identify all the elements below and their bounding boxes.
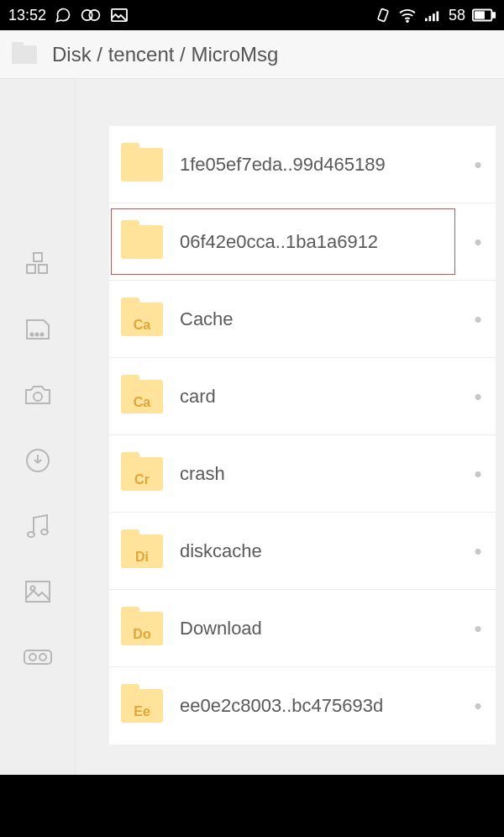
svg-rect-14 [39, 265, 47, 273]
main-panel: 1fe05ef7eda..99d465189•06f42e0cca..1ba1a… [76, 79, 504, 775]
row-more-icon[interactable]: • [465, 231, 491, 253]
folder-icon-label: Do [133, 627, 150, 645]
folder-icon-label: Cr [134, 472, 150, 491]
svg-point-23 [30, 587, 34, 591]
sidebar-camera[interactable] [21, 378, 55, 412]
svg-rect-24 [24, 650, 51, 664]
svg-point-4 [407, 20, 408, 22]
breadcrumb-bar: Disk / tencent / MicroMsg [0, 30, 504, 79]
chat-icon [55, 7, 71, 24]
battery-icon [472, 8, 496, 22]
svg-rect-5 [425, 18, 428, 22]
disk-icon [12, 45, 37, 64]
file-list: 1fe05ef7eda..99d465189•06f42e0cca..1ba1a… [109, 126, 496, 745]
status-bar: 13:52 58 [0, 0, 504, 30]
camera-icon [24, 383, 52, 407]
infinity-icon [23, 649, 53, 666]
svg-rect-12 [34, 253, 42, 261]
signal-icon [423, 8, 442, 23]
svg-point-1 [89, 10, 99, 20]
folder-icon: Ee [121, 689, 163, 723]
svg-point-15 [30, 334, 33, 336]
file-name: card [180, 386, 465, 408]
file-row[interactable]: Didiskcache• [109, 513, 496, 590]
row-more-icon[interactable]: • [465, 695, 491, 717]
sidebar-category[interactable] [21, 247, 55, 281]
file-row[interactable]: Cacard• [109, 358, 496, 435]
file-name: 1fe05ef7eda..99d465189 [180, 154, 465, 176]
file-name: 06f42e0cca..1ba1a6912 [180, 231, 465, 253]
folder-icon [121, 148, 163, 182]
file-row[interactable]: DoDownload• [109, 590, 496, 667]
folder-icon [121, 225, 163, 259]
svg-point-18 [34, 392, 42, 401]
row-more-icon[interactable]: • [465, 154, 491, 176]
folder-icon: Ca [121, 303, 163, 336]
download-icon [24, 447, 51, 474]
file-row[interactable]: 06f42e0cca..1ba1a6912• [109, 203, 496, 281]
folder-icon: Di [121, 534, 163, 568]
row-more-icon[interactable]: • [465, 308, 491, 330]
file-row[interactable]: 1fe05ef7eda..99d465189• [109, 126, 496, 203]
svg-point-25 [29, 654, 36, 661]
category-icon [24, 250, 51, 277]
row-more-icon[interactable]: • [465, 540, 491, 562]
file-row[interactable]: Crcrash• [109, 435, 496, 513]
status-right: 58 [375, 7, 496, 24]
status-time: 13:52 [8, 7, 46, 24]
folder-icon: Cr [121, 457, 163, 491]
svg-point-17 [40, 334, 43, 336]
file-row[interactable]: Eeee0e2c8003..bc475693d• [109, 667, 496, 745]
row-more-icon[interactable]: • [465, 618, 491, 640]
body: 1fe05ef7eda..99d465189•06f42e0cca..1ba1a… [0, 79, 504, 775]
file-name: ee0e2c8003..bc475693d [180, 695, 465, 717]
sidebar [0, 79, 76, 775]
file-name: diskcache [180, 540, 465, 562]
row-more-icon[interactable]: • [465, 463, 491, 485]
file-name: crash [180, 463, 465, 485]
breadcrumb-path[interactable]: Disk / tencent / MicroMsg [52, 43, 278, 66]
picture-icon [24, 580, 51, 603]
vibrate-icon [375, 7, 391, 24]
storage-icon [24, 318, 51, 341]
svg-rect-22 [26, 582, 50, 602]
file-row[interactable]: CaCache• [109, 281, 496, 358]
svg-rect-10 [492, 13, 495, 18]
row-more-icon[interactable]: • [465, 386, 491, 408]
svg-rect-7 [433, 13, 435, 21]
folder-icon-label: Ca [134, 318, 150, 336]
svg-rect-13 [27, 265, 35, 273]
circles-icon [80, 7, 102, 24]
status-left: 13:52 [8, 7, 129, 24]
file-name: Download [180, 618, 465, 640]
wifi-icon [398, 8, 417, 23]
sidebar-more[interactable] [21, 640, 55, 674]
file-name: Cache [180, 308, 465, 330]
sidebar-storage[interactable] [21, 313, 55, 346]
sidebar-picture[interactable] [21, 575, 55, 608]
folder-icon: Ca [121, 380, 163, 413]
music-icon [25, 513, 50, 540]
folder-icon-label: Ca [134, 395, 150, 413]
svg-point-26 [39, 654, 46, 661]
folder-icon: Do [121, 612, 163, 645]
bottom-bar [0, 775, 504, 837]
battery-text: 58 [449, 7, 465, 24]
svg-rect-8 [436, 12, 438, 22]
svg-rect-11 [475, 11, 485, 18]
folder-icon-label: Di [135, 550, 149, 568]
picture-status-icon [110, 8, 129, 23]
svg-point-16 [35, 334, 38, 336]
svg-rect-3 [378, 8, 388, 21]
folder-icon-label: Ee [134, 704, 150, 723]
sidebar-download[interactable] [21, 444, 55, 477]
svg-rect-6 [428, 16, 431, 21]
sidebar-music[interactable] [21, 509, 55, 543]
